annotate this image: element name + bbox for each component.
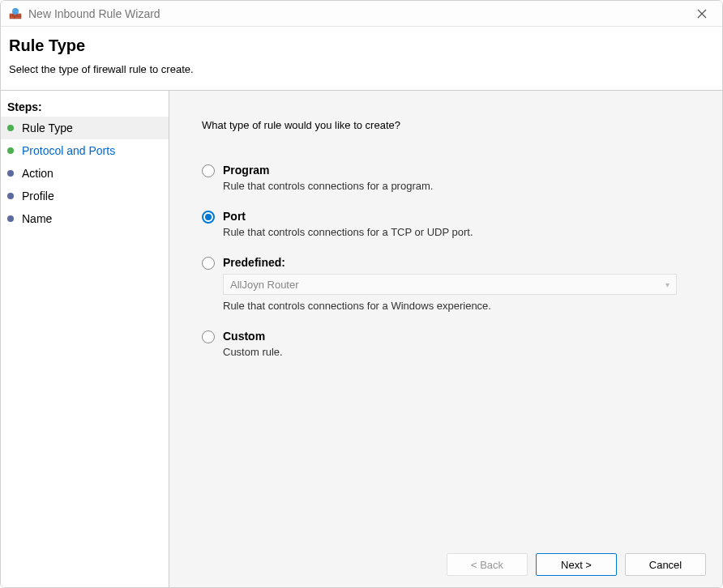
step-bullet-icon	[7, 215, 14, 222]
step-bullet-icon	[7, 147, 14, 154]
option-content: Predefined: AllJoyn Router ▾ Rule that c…	[223, 256, 698, 312]
main-panel: What type of rule would you like to crea…	[169, 91, 722, 588]
step-bullet-icon	[7, 170, 14, 177]
option-title: Predefined:	[223, 256, 698, 269]
option-content: Program Rule that controls connections f…	[223, 164, 698, 192]
option-desc: Custom rule.	[223, 346, 698, 358]
window-title: New Inbound Rule Wizard	[28, 7, 690, 20]
step-name[interactable]: Name	[1, 207, 169, 230]
step-action[interactable]: Action	[1, 162, 169, 185]
step-label: Action	[22, 167, 53, 180]
svg-rect-5	[15, 16, 21, 19]
firewall-icon	[9, 7, 22, 20]
option-title: Program	[223, 164, 698, 177]
radio-program[interactable]	[202, 164, 215, 177]
next-button[interactable]: Next >	[536, 553, 617, 576]
step-profile[interactable]: Profile	[1, 185, 169, 207]
wizard-header: Rule Type Select the type of firewall ru…	[1, 27, 722, 91]
step-protocol-and-ports[interactable]: Protocol and Ports	[1, 139, 169, 162]
step-bullet-icon	[7, 193, 14, 199]
page-subtitle: Select the type of firewall rule to crea…	[9, 63, 714, 75]
option-content: Port Rule that controls connections for …	[223, 210, 698, 238]
option-title: Custom	[223, 330, 698, 343]
page-title: Rule Type	[9, 36, 714, 55]
cancel-button[interactable]: Cancel	[625, 553, 706, 576]
option-desc: Rule that controls connections for a TCP…	[223, 226, 698, 238]
predefined-dropdown[interactable]: AllJoyn Router ▾	[223, 274, 677, 295]
option-custom: Custom Custom rule.	[202, 330, 698, 358]
option-predefined: Predefined: AllJoyn Router ▾ Rule that c…	[202, 256, 698, 312]
steps-sidebar: Steps: Rule Type Protocol and Ports Acti…	[1, 91, 169, 588]
option-program: Program Rule that controls connections f…	[202, 164, 698, 192]
button-bar: < Back Next > Cancel	[447, 553, 706, 576]
steps-heading: Steps:	[1, 97, 169, 117]
option-title: Port	[223, 210, 698, 223]
option-desc: Rule that controls connections for a pro…	[223, 180, 698, 192]
option-desc: Rule that controls connections for a Win…	[223, 300, 698, 312]
step-bullet-icon	[7, 125, 14, 131]
step-label: Profile	[22, 190, 54, 202]
step-label: Rule Type	[22, 121, 73, 134]
step-rule-type[interactable]: Rule Type	[1, 117, 169, 139]
content-area: Steps: Rule Type Protocol and Ports Acti…	[1, 91, 722, 588]
question-text: What type of rule would you like to crea…	[202, 119, 698, 131]
chevron-down-icon: ▾	[665, 280, 670, 289]
option-port: Port Rule that controls connections for …	[202, 210, 698, 238]
close-button[interactable]	[690, 2, 714, 26]
svg-rect-3	[17, 14, 21, 16]
step-label: Protocol and Ports	[22, 144, 115, 157]
radio-port[interactable]	[202, 211, 215, 224]
step-label: Name	[22, 212, 52, 225]
dropdown-value: AllJoyn Router	[230, 279, 299, 291]
titlebar: New Inbound Rule Wizard	[1, 1, 722, 27]
radio-custom[interactable]	[202, 330, 215, 343]
radio-predefined[interactable]	[202, 257, 215, 270]
svg-rect-1	[10, 14, 13, 16]
back-button: < Back	[447, 553, 528, 576]
svg-rect-4	[10, 16, 15, 19]
option-content: Custom Custom rule.	[223, 330, 698, 358]
